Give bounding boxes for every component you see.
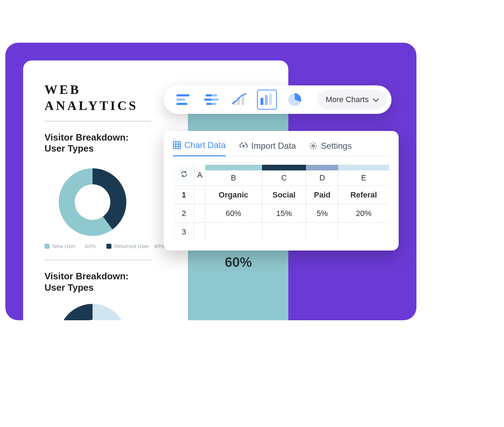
cell-E2[interactable]: 20% xyxy=(338,204,389,223)
refresh-cell[interactable] xyxy=(173,165,195,186)
legend-new-user: New User 60% xyxy=(44,243,96,249)
cell-A2[interactable] xyxy=(195,204,205,223)
series-color-B xyxy=(205,165,262,170)
chart-type-toolbar: More Charts xyxy=(164,85,392,114)
svg-rect-6 xyxy=(211,99,219,101)
svg-rect-0 xyxy=(177,94,189,96)
data-spreadsheet[interactable]: A B C D E 1 Organic Social Paid Referal xyxy=(173,164,389,241)
section2-title-line1: Visitor Breakdown: xyxy=(44,271,128,281)
bounce-rate-value: 60% xyxy=(188,255,288,270)
legend-returned-user-value: 40% xyxy=(154,243,164,249)
section1-title-line2: User Types xyxy=(44,143,94,154)
tab-settings[interactable]: Settings xyxy=(309,137,352,156)
legend-new-user-value: 60% xyxy=(85,243,96,249)
doc-title-line2: ANALYTICS xyxy=(44,99,138,113)
series-color-D xyxy=(306,165,338,170)
chevron-down-icon xyxy=(373,96,379,102)
tab-import-data[interactable]: Import Data xyxy=(239,137,296,156)
cloud-upload-icon xyxy=(239,142,248,149)
chart-editor-panel: Chart Data Import Data Settings xyxy=(164,131,399,251)
stacked-bar-chart-icon[interactable] xyxy=(201,90,221,110)
cell-C3[interactable] xyxy=(262,223,306,241)
cell-B1[interactable]: Organic xyxy=(205,186,262,204)
svg-rect-11 xyxy=(241,95,244,105)
col-B[interactable]: B xyxy=(205,165,262,186)
donut-chart-1 xyxy=(59,168,126,236)
section1-title-line1: Visitor Breakdown: xyxy=(44,132,128,143)
svg-rect-7 xyxy=(206,103,211,105)
tab-chart-data[interactable]: Chart Data xyxy=(173,137,226,157)
svg-rect-2 xyxy=(177,103,187,105)
cell-A3[interactable] xyxy=(195,223,205,241)
svg-rect-3 xyxy=(206,94,211,96)
line-chart-icon[interactable] xyxy=(229,90,249,110)
row-2: 2 60% 15% 5% 20% xyxy=(173,204,389,223)
refresh-icon xyxy=(180,170,188,178)
cell-D3[interactable] xyxy=(306,223,338,241)
series-color-E xyxy=(338,165,389,170)
col-C[interactable]: C xyxy=(262,165,306,186)
title-divider xyxy=(44,121,151,121)
cell-E3[interactable] xyxy=(338,223,389,241)
row-2-header[interactable]: 2 xyxy=(173,204,195,223)
cell-B2[interactable]: 60% xyxy=(205,204,262,223)
tab-import-data-label: Import Data xyxy=(251,141,296,151)
cell-D1[interactable]: Paid xyxy=(306,186,338,204)
editor-tabs: Chart Data Import Data Settings xyxy=(173,137,389,157)
row-1: 1 Organic Social Paid Referal xyxy=(173,186,389,204)
svg-rect-5 xyxy=(204,99,211,101)
section-divider xyxy=(44,260,151,260)
col-E[interactable]: E xyxy=(338,165,389,186)
tab-chart-data-label: Chart Data xyxy=(184,140,226,150)
more-charts-dropdown[interactable]: More Charts xyxy=(317,90,387,110)
horizontal-bar-chart-icon[interactable] xyxy=(174,90,194,110)
svg-rect-1 xyxy=(177,99,185,101)
tab-settings-label: Settings xyxy=(321,141,352,151)
svg-rect-12 xyxy=(261,98,263,105)
legend-returned-user: Returned User 40% xyxy=(106,243,165,249)
doc-title-line1: WEB xyxy=(44,83,81,97)
section2-title-line2: User Types xyxy=(44,282,94,293)
swatch-returned-user xyxy=(106,244,111,249)
col-D[interactable]: D xyxy=(306,165,338,186)
svg-point-21 xyxy=(312,145,314,147)
grid-icon xyxy=(173,141,181,149)
legend-new-user-label: New User xyxy=(52,243,76,249)
row-3-header[interactable]: 3 xyxy=(173,223,195,241)
pie-chart-icon[interactable] xyxy=(285,90,305,110)
series-color-C xyxy=(262,165,306,170)
svg-rect-16 xyxy=(173,142,180,149)
col-A[interactable]: A xyxy=(195,165,205,186)
swatch-new-user xyxy=(44,244,49,249)
row-3: 3 xyxy=(173,223,389,241)
cell-C1[interactable]: Social xyxy=(262,186,306,204)
svg-rect-14 xyxy=(269,94,272,105)
donut-chart-2 xyxy=(59,304,126,320)
cell-D2[interactable]: 5% xyxy=(306,204,338,223)
svg-rect-4 xyxy=(211,94,217,96)
svg-rect-8 xyxy=(211,103,216,105)
cell-E1[interactable]: Referal xyxy=(338,186,389,204)
cell-C2[interactable]: 15% xyxy=(262,204,306,223)
canvas-backdrop: Website Visits Bounce Rate 60% WEB ANALY… xyxy=(5,43,416,320)
svg-rect-13 xyxy=(265,95,268,105)
column-chart-icon[interactable] xyxy=(257,90,277,110)
cell-B3[interactable] xyxy=(205,223,262,241)
legend-returned-user-label: Returned User xyxy=(114,243,149,249)
row-1-header[interactable]: 1 xyxy=(173,186,195,204)
gear-icon xyxy=(309,142,317,150)
more-charts-label: More Charts xyxy=(326,95,369,104)
cell-A1[interactable] xyxy=(195,186,205,204)
